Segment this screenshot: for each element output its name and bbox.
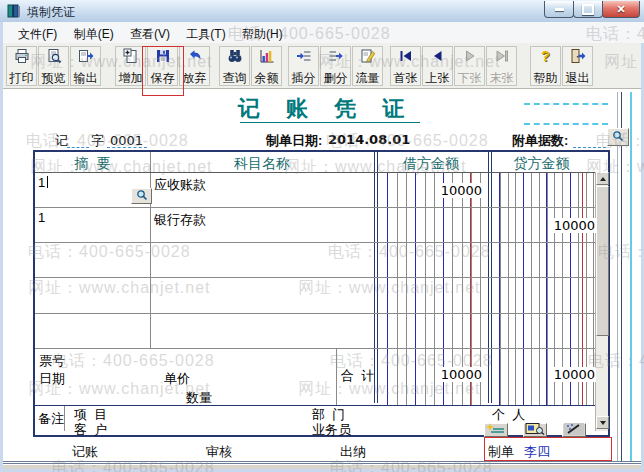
preview-button[interactable]: 预览 bbox=[38, 46, 69, 86]
previous-voucher-button[interactable]: 上张 bbox=[422, 46, 453, 86]
summary-lookup-button[interactable] bbox=[131, 188, 152, 204]
first-voucher-button[interactable]: 首张 bbox=[390, 46, 421, 86]
magic-wand-button[interactable] bbox=[562, 423, 586, 437]
exit-button[interactable]: 退出 bbox=[562, 46, 593, 86]
menu-file[interactable]: 文件(F) bbox=[18, 22, 57, 43]
maximize-icon bbox=[582, 4, 594, 15]
debit-amount[interactable]: 10000 bbox=[440, 183, 483, 198]
next-voucher-button: 下张 bbox=[454, 46, 485, 86]
row-separator bbox=[35, 277, 608, 278]
add-icon bbox=[123, 48, 139, 66]
window-title: 填制凭证 bbox=[27, 4, 75, 21]
column-header-credit: 贷方金额 bbox=[488, 155, 595, 173]
column-header-debit: 借方金额 bbox=[374, 155, 488, 173]
query-button[interactable]: 查询 bbox=[219, 46, 250, 86]
sparkle-list-icon bbox=[486, 423, 506, 438]
summary-cell[interactable]: 1 bbox=[38, 175, 45, 190]
sparkle-list-button[interactable] bbox=[484, 423, 508, 437]
review-label: 审核 bbox=[206, 443, 232, 461]
credit-amount[interactable]: 10000 bbox=[553, 218, 596, 233]
scrollbar-thumb[interactable] bbox=[596, 186, 609, 336]
exit-icon bbox=[570, 48, 586, 66]
account-cell[interactable]: 银行存款 bbox=[154, 211, 206, 229]
row-separator bbox=[35, 207, 608, 208]
text-cursor bbox=[47, 176, 48, 188]
grid-line bbox=[64, 405, 65, 431]
quantity-label: 数量 bbox=[186, 389, 212, 407]
delete-split-button[interactable]: 删分 bbox=[320, 46, 351, 86]
menu-help[interactable]: 帮助(H) bbox=[242, 22, 283, 43]
menu-tools[interactable]: 工具(T) bbox=[186, 22, 225, 43]
voucher-word-input[interactable] bbox=[67, 147, 89, 148]
menu-bar: 文件(F) 制单(E) 查看(V) 工具(T) 帮助(H) bbox=[3, 22, 644, 43]
preview-icon bbox=[46, 48, 62, 66]
page-stack-edge bbox=[621, 92, 622, 461]
toolbar: 打印 预览 输出 增加 保存 放弃 查询 余额 插分 删分 流量 首张 bbox=[3, 43, 641, 89]
close-button[interactable]: ✕ bbox=[602, 1, 640, 18]
pen-document-icon bbox=[360, 48, 376, 66]
total-label: 合 计 bbox=[341, 367, 374, 385]
voucher-word-label: 字 bbox=[91, 132, 104, 150]
grid-line bbox=[150, 152, 151, 348]
column-header-account: 科目名称 bbox=[150, 155, 374, 173]
minimize-icon bbox=[555, 8, 564, 11]
save-icon bbox=[155, 48, 171, 66]
summary-cell[interactable]: 1 bbox=[38, 210, 45, 225]
row-separator bbox=[35, 242, 608, 243]
abandon-button[interactable]: 放弃 bbox=[179, 46, 210, 86]
voucher-title: 记 账 凭 证 bbox=[238, 94, 414, 124]
insert-split-icon bbox=[296, 48, 312, 66]
total-debit-amount: 10000 bbox=[440, 367, 483, 382]
menu-view[interactable]: 查看(V) bbox=[130, 22, 170, 43]
arrow-down-icon bbox=[600, 421, 606, 425]
insert-split-button[interactable]: 插分 bbox=[288, 46, 319, 86]
unit-price-label: 单价 bbox=[164, 370, 190, 388]
balance-button[interactable]: 余额 bbox=[251, 46, 282, 86]
decorative-dashed-line bbox=[524, 103, 608, 105]
attachments-search-button[interactable] bbox=[607, 128, 629, 146]
bar-chart-icon bbox=[259, 48, 275, 66]
page-bottom-edge bbox=[3, 463, 641, 464]
previous-icon bbox=[430, 48, 446, 66]
page-bottom-edge bbox=[3, 461, 641, 462]
account-cell[interactable]: 应收账款 bbox=[154, 176, 206, 194]
titlebar[interactable]: 填制凭证 ✕ bbox=[0, 0, 644, 23]
voucher-number[interactable]: 0001 bbox=[110, 133, 143, 148]
menu-voucher[interactable]: 制单(E) bbox=[74, 22, 114, 43]
undo-icon bbox=[187, 48, 203, 66]
flow-button[interactable]: 流量 bbox=[352, 46, 383, 86]
screen-magnifier-icon bbox=[525, 423, 545, 438]
date-label: 日期 bbox=[39, 370, 65, 388]
maximize-button[interactable] bbox=[573, 1, 603, 18]
page-stack-edge bbox=[630, 92, 632, 461]
row-separator bbox=[35, 348, 608, 349]
application-window: { "window": { "title": "填制凭证" }, "menu":… bbox=[0, 0, 644, 472]
help-icon: ? bbox=[541, 48, 550, 64]
attachments-input[interactable] bbox=[573, 147, 606, 148]
screen-preview-button[interactable] bbox=[523, 423, 547, 437]
scroll-down-button[interactable] bbox=[596, 416, 609, 429]
export-button[interactable]: 输出 bbox=[70, 46, 101, 86]
minimize-button[interactable] bbox=[544, 1, 574, 18]
export-icon bbox=[78, 48, 94, 66]
status-strip bbox=[3, 465, 641, 469]
ticket-no-label: 票号 bbox=[39, 352, 65, 370]
scroll-up-button[interactable] bbox=[596, 172, 609, 185]
table-scrollbar[interactable] bbox=[595, 172, 608, 431]
print-icon bbox=[14, 48, 30, 66]
decorative-dashed-line bbox=[524, 123, 608, 125]
add-button[interactable]: 增加 bbox=[115, 46, 146, 86]
save-button[interactable]: 保存 bbox=[147, 46, 178, 86]
last-voucher-button: 末张 bbox=[486, 46, 517, 86]
print-button[interactable]: 打印 bbox=[6, 46, 37, 86]
close-icon: ✕ bbox=[616, 4, 625, 15]
voucher-number-underline bbox=[107, 147, 147, 148]
voucher-date-value[interactable]: 2014.08.01 bbox=[328, 132, 410, 147]
cashier-label: 出纳 bbox=[340, 443, 366, 461]
grid-line bbox=[336, 348, 337, 405]
remark-label: 备注 bbox=[38, 410, 64, 428]
arrow-up-icon bbox=[600, 177, 606, 181]
bookkeeping-label: 记账 bbox=[72, 443, 98, 461]
total-credit-amount: 10000 bbox=[553, 367, 596, 382]
help-button[interactable]: ? 帮助 bbox=[530, 46, 561, 86]
